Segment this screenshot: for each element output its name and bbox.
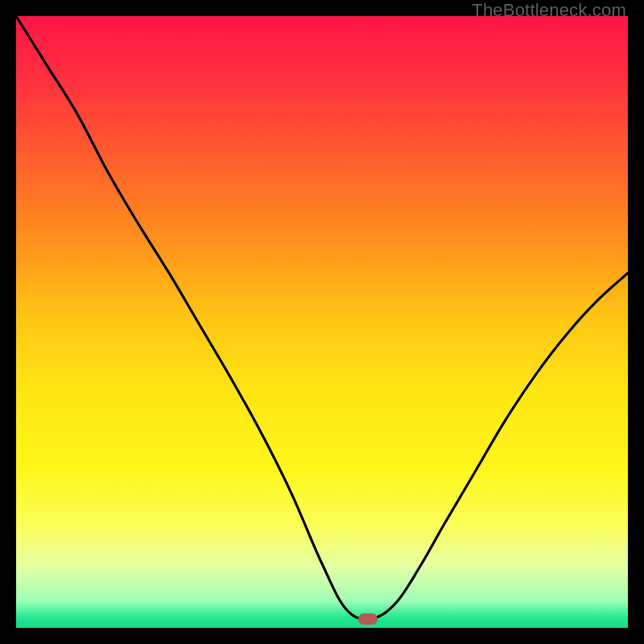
bottleneck-chart [16, 16, 628, 628]
gradient-background [16, 16, 628, 628]
optimum-marker [358, 613, 378, 625]
watermark-text: TheBottleneck.com [472, 0, 626, 21]
